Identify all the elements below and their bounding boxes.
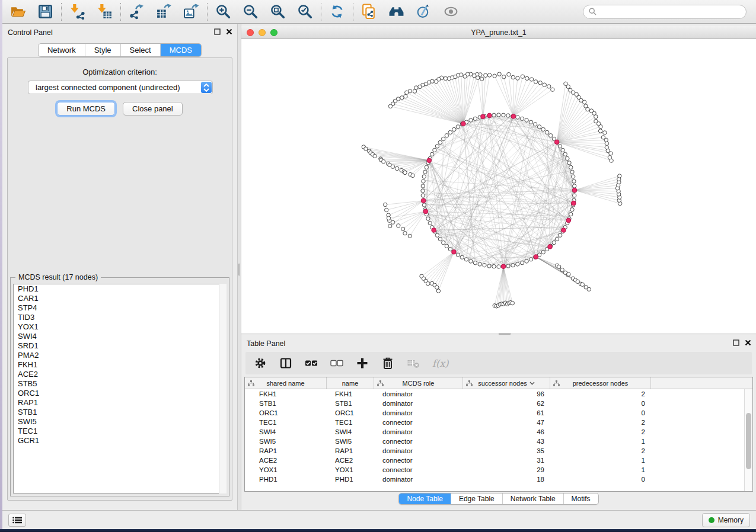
task-history-button[interactable] <box>8 514 26 527</box>
table-row[interactable]: PHD1PHD1dominator180 <box>245 475 752 484</box>
optimization-criterion-select[interactable]: largest connected component (undirected) <box>28 81 213 94</box>
table-tab-bar: Node TableEdge TableNetwork TableMotifs <box>398 493 598 505</box>
column-settings-icon[interactable] <box>254 357 267 370</box>
float-panel-icon[interactable] <box>733 339 739 346</box>
tab-style[interactable]: Style <box>85 44 120 56</box>
run-mcds-button[interactable]: Run MCDS <box>57 102 115 116</box>
tab-mcds[interactable]: MCDS <box>160 44 201 56</box>
table-cell: 18 <box>463 476 550 483</box>
search-icon <box>589 8 596 15</box>
mcds-result-item[interactable]: SWI4 <box>14 332 226 341</box>
memory-button[interactable]: Memory <box>702 513 750 527</box>
zoom-out-icon[interactable] <box>243 4 259 20</box>
table-row[interactable]: RAP1RAP1dominator352 <box>245 446 752 456</box>
select-all-icon[interactable] <box>305 357 318 370</box>
table-scrollbar[interactable] <box>744 389 752 491</box>
table-cell: TEC1 <box>245 419 327 426</box>
mcds-result-item[interactable]: FKH1 <box>14 360 226 370</box>
table-row[interactable]: STB1STB1dominator620 <box>245 399 752 408</box>
export-table-icon[interactable] <box>156 4 172 20</box>
column-header-successor-nodes[interactable]: successor nodes <box>463 377 550 389</box>
mcds-result-item[interactable]: GCR1 <box>14 436 226 446</box>
import-network-icon[interactable] <box>69 4 85 20</box>
vertical-splitter[interactable] <box>237 24 241 510</box>
table-cell: SWI4 <box>327 428 374 435</box>
network-canvas[interactable] <box>241 39 756 333</box>
export-network-icon[interactable] <box>129 4 145 20</box>
network-graph[interactable] <box>241 39 756 333</box>
table-row[interactable]: SWI4SWI4dominator462 <box>245 427 752 437</box>
mcds-result-item[interactable]: RAP1 <box>14 398 226 408</box>
mcds-result-item[interactable]: SRD1 <box>14 341 226 351</box>
column-header-MCDS-role[interactable]: MCDS role <box>374 377 463 389</box>
search-box[interactable] <box>583 5 747 19</box>
table-row[interactable]: TEC1TEC1connector472 <box>245 418 752 427</box>
table-cell: 1 <box>550 438 651 445</box>
tab-node-table[interactable]: Node Table <box>399 493 451 504</box>
column-header-predecessor-nodes[interactable]: predecessor nodes <box>550 377 651 389</box>
split-view-icon[interactable] <box>279 357 292 370</box>
refresh-icon[interactable] <box>329 4 345 20</box>
table-cell: connector <box>374 419 463 426</box>
mcds-result-item[interactable]: TEC1 <box>14 427 226 436</box>
tab-select[interactable]: Select <box>120 44 160 56</box>
deselect-all-icon[interactable] <box>330 357 343 370</box>
open-file-icon[interactable] <box>10 4 26 20</box>
table-cell: 2 <box>550 447 651 454</box>
mcds-result-item[interactable]: STP4 <box>14 303 226 313</box>
table-row[interactable]: FKH1FKH1dominator962 <box>245 389 752 399</box>
mcds-result-item[interactable]: STB1 <box>14 408 226 417</box>
tab-network-table[interactable]: Network Table <box>502 493 563 504</box>
vertical-splitter-grip[interactable] <box>238 264 240 275</box>
tab-motifs[interactable]: Motifs <box>563 493 598 504</box>
column-header-shared-name[interactable]: shared name <box>245 377 327 389</box>
save-session-icon[interactable] <box>37 4 53 20</box>
table-cell: dominator <box>374 428 463 435</box>
table-row[interactable]: SWI5SWI5connector431 <box>245 437 752 446</box>
show-graphics-details-icon[interactable] <box>416 4 432 20</box>
table-cell: dominator <box>374 390 463 398</box>
tree-column-icon <box>553 380 560 386</box>
zoom-in-icon[interactable] <box>215 4 231 20</box>
table-cell: 0 <box>550 476 651 483</box>
mcds-result-item[interactable]: PHD1 <box>14 284 226 294</box>
export-image-icon[interactable] <box>183 4 199 20</box>
clone-network-icon[interactable] <box>361 4 377 20</box>
import-table-icon[interactable] <box>97 4 113 20</box>
column-header-label: successor nodes <box>478 380 527 387</box>
table-row[interactable]: YOX1YOX1connector291 <box>245 465 752 475</box>
add-column-icon[interactable] <box>356 357 369 370</box>
column-header-name[interactable]: name <box>327 377 374 389</box>
delete-table-icon[interactable] <box>407 357 420 370</box>
zoom-fit-icon[interactable] <box>270 4 286 20</box>
close-panel-icon[interactable] <box>226 28 232 35</box>
close-panel-icon[interactable] <box>745 339 751 346</box>
table-panel: Table Panel <box>241 335 756 510</box>
function-builder-icon[interactable]: f(x) <box>432 358 448 369</box>
horizontal-splitter-grip[interactable] <box>499 333 511 335</box>
table-row[interactable]: ORC1ORC1dominator610 <box>245 408 752 418</box>
zoom-selected-icon[interactable] <box>297 4 313 20</box>
mcds-result-item[interactable]: CAR1 <box>14 294 226 303</box>
mcds-result-list[interactable]: PHD1CAR1STP4TID3YOX1SWI4SRD1PMA2FKH1ACE2… <box>13 284 227 493</box>
delete-columns-icon[interactable] <box>381 357 394 370</box>
mcds-result-item[interactable]: SWI5 <box>14 417 226 427</box>
list-icon <box>12 517 22 524</box>
mcds-result-item[interactable]: STB5 <box>14 379 226 389</box>
mcds-result-item[interactable]: PMA2 <box>14 351 226 360</box>
mcds-result-item[interactable]: ACE2 <box>14 370 226 379</box>
search-input[interactable] <box>600 8 741 16</box>
close-panel-button[interactable]: Close panel <box>123 102 183 116</box>
mcds-result-item[interactable]: TID3 <box>14 313 226 322</box>
node-table: shared namenameMCDS rolesuccessor nodesp… <box>244 377 753 492</box>
birds-eye-view-icon[interactable] <box>443 4 459 20</box>
tab-edge-table[interactable]: Edge Table <box>451 493 502 504</box>
first-neighbors-icon[interactable] <box>388 4 404 20</box>
float-panel-icon[interactable] <box>214 28 221 35</box>
mcds-list-scrollbar[interactable] <box>219 284 227 493</box>
table-scrollbar-thumb[interactable] <box>746 413 751 469</box>
table-row[interactable]: ACE2ACE2connector311 <box>245 456 752 465</box>
mcds-result-item[interactable]: ORC1 <box>14 389 226 398</box>
tab-network[interactable]: Network <box>39 44 85 56</box>
mcds-result-item[interactable]: YOX1 <box>14 322 226 332</box>
